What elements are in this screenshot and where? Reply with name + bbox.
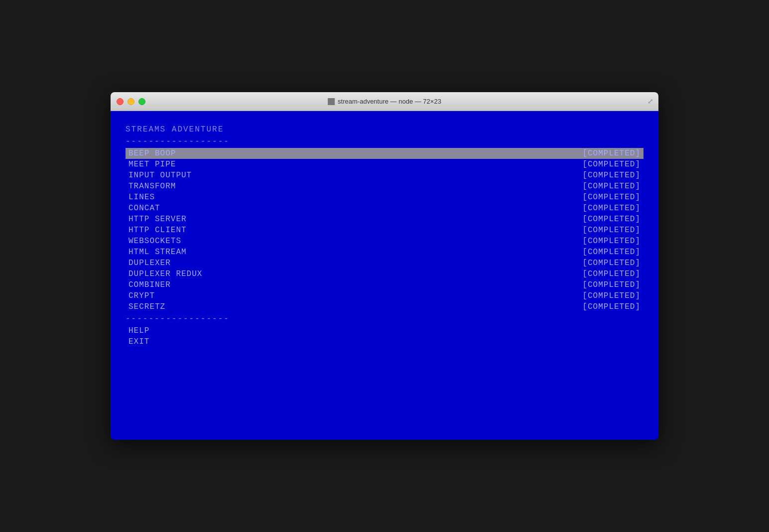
menu-item-name: COMBINER: [128, 280, 171, 289]
terminal-body: STREAMS ADVENTURE ------------------ BEE…: [111, 111, 658, 440]
menu-item-name: WEBSOCKETS: [128, 237, 181, 246]
menu-item[interactable]: HTTP SERVER[COMPLETED]: [126, 214, 643, 225]
menu-item-status: [COMPLETED]: [582, 149, 641, 158]
menu-item-status: [COMPLETED]: [582, 280, 641, 289]
menu-item[interactable]: DUPLEXER REDUX[COMPLETED]: [126, 268, 643, 279]
minimize-button[interactable]: [128, 98, 134, 105]
titlebar: stream-adventure — node — 72×23 ⤢: [111, 92, 658, 111]
menu-item-status: [COMPLETED]: [582, 182, 641, 191]
resize-icon[interactable]: ⤢: [647, 97, 653, 106]
menu-item-status: [COMPLETED]: [582, 215, 641, 224]
terminal-window: stream-adventure — node — 72×23 ⤢ STREAM…: [111, 92, 658, 440]
menu-item[interactable]: CONCAT[COMPLETED]: [126, 203, 643, 214]
menu-item[interactable]: HTTP CLIENT[COMPLETED]: [126, 225, 643, 236]
menu-item-name: SECRETZ: [128, 302, 165, 311]
menu-item-status: [COMPLETED]: [582, 237, 641, 246]
traffic-lights: [117, 98, 145, 105]
menu-item-name: LINES: [128, 193, 155, 202]
menu-item[interactable]: SECRETZ[COMPLETED]: [126, 301, 643, 312]
menu-item-name: CONCAT: [128, 204, 160, 213]
menu-item-name: INPUT OUTPUT: [128, 171, 192, 180]
menu-item-status: [COMPLETED]: [582, 269, 641, 278]
menu-item[interactable]: DUPLEXER[COMPLETED]: [126, 258, 643, 268]
menu-item-name: MEET PIPE: [128, 160, 176, 169]
menu-item-name: CRYPT: [128, 291, 155, 300]
window-title: stream-adventure — node — 72×23: [328, 98, 441, 105]
menu-item-status: [COMPLETED]: [582, 171, 641, 180]
menu-item-status: [COMPLETED]: [582, 160, 641, 169]
top-divider: ------------------: [126, 137, 643, 146]
menu-item[interactable]: CRYPT[COMPLETED]: [126, 290, 643, 301]
menu-item-name: HTML STREAM: [128, 248, 187, 257]
menu-item[interactable]: TRANSFORM[COMPLETED]: [126, 181, 643, 192]
menu-item-name: HTTP SERVER: [128, 215, 187, 224]
close-button[interactable]: [117, 98, 124, 105]
menu-item[interactable]: MEET PIPE[COMPLETED]: [126, 159, 643, 170]
menu-item-name: HTTP CLIENT: [128, 226, 187, 235]
app-title: STREAMS ADVENTURE: [126, 125, 643, 134]
menu-item[interactable]: HTML STREAM[COMPLETED]: [126, 247, 643, 258]
menu-item[interactable]: WEBSOCKETS[COMPLETED]: [126, 236, 643, 247]
menu-list: BEEP BOOP[COMPLETED]MEET PIPE[COMPLETED]…: [126, 148, 643, 312]
menu-item-name: BEEP BOOP: [128, 149, 176, 158]
menu-item[interactable]: BEEP BOOP[COMPLETED]: [126, 148, 643, 159]
menu-item-status: [COMPLETED]: [582, 291, 641, 300]
menu-item-name: DUPLEXER REDUX: [128, 269, 202, 278]
maximize-button[interactable]: [138, 98, 145, 105]
menu-item[interactable]: LINES[COMPLETED]: [126, 192, 643, 203]
menu-item[interactable]: COMBINER[COMPLETED]: [126, 279, 643, 290]
menu-item-status: [COMPLETED]: [582, 193, 641, 202]
menu-item[interactable]: INPUT OUTPUT[COMPLETED]: [126, 170, 643, 181]
utility-list: HELPEXIT: [126, 325, 643, 347]
utility-item[interactable]: HELP: [126, 325, 643, 336]
menu-item-status: [COMPLETED]: [582, 226, 641, 235]
menu-item-status: [COMPLETED]: [582, 204, 641, 213]
menu-item-status: [COMPLETED]: [582, 302, 641, 311]
menu-item-name: TRANSFORM: [128, 182, 176, 191]
menu-item-status: [COMPLETED]: [582, 248, 641, 257]
terminal-icon: [328, 98, 335, 105]
menu-item-status: [COMPLETED]: [582, 259, 641, 267]
menu-item-name: DUPLEXER: [128, 259, 171, 267]
utility-item[interactable]: EXIT: [126, 336, 643, 347]
bottom-divider: ------------------: [126, 314, 643, 323]
